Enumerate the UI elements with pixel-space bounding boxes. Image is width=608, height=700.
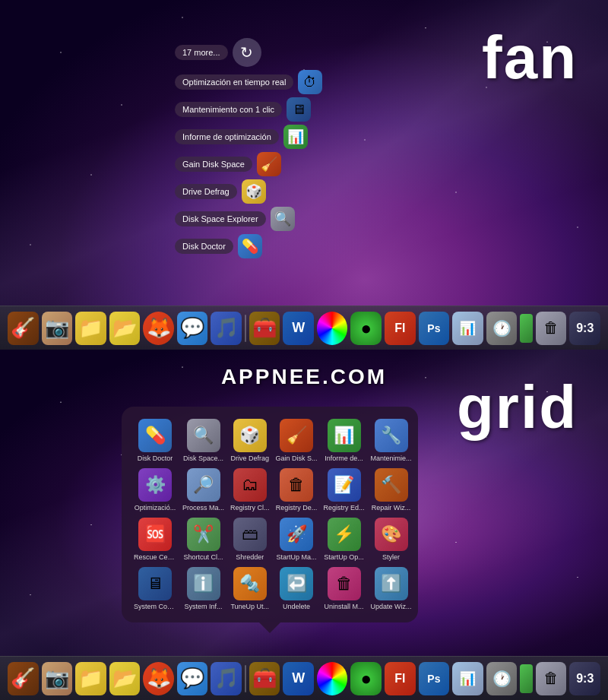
bottom-dock-itunes-icon[interactable]: 🎵 <box>211 662 242 695</box>
grid-app-mantenimiento[interactable]: 🔧 Mantenimie... <box>371 419 412 462</box>
dock-colorwheel-icon[interactable] <box>317 312 348 345</box>
bottom-dock-cpu-icon[interactable]: 📊 <box>452 662 483 695</box>
grid-title-text: grid <box>457 372 578 442</box>
grid-app-optimizacion-icon: ⚙️ <box>138 468 172 502</box>
grid-app-gain-disk-label: Gain Disk S... <box>276 455 318 462</box>
grid-app-update-icon: ⬆️ <box>375 567 408 600</box>
bottom-dock-app-icon[interactable]: ● <box>350 662 382 695</box>
grid-app-optimizacion[interactable]: ⚙️ Optimizació... <box>134 468 176 512</box>
dock-app-icon[interactable]: ● <box>350 312 382 345</box>
grid-popup: 💊 Disk Doctor 🔍 Disk Space... 🎲 Drive De… <box>122 407 418 622</box>
grid-app-drive-defrag[interactable]: 🎲 Drive Defrag <box>230 419 270 462</box>
bottom-dock-flash-icon[interactable]: Fl <box>385 662 416 695</box>
fan-menu: 17 more... ↻ Optimización en tiempo real… <box>175 38 322 258</box>
grid-app-startup-op[interactable]: ⚡ StartUp Op... <box>324 518 365 561</box>
grid-app-disk-doctor-icon: 💊 <box>138 419 172 452</box>
bottom-dock-photo-icon[interactable]: 📷 <box>42 662 73 695</box>
grid-app-uninstall[interactable]: 🗑 Uninstall M... <box>324 567 365 610</box>
grid-app-styler[interactable]: 🎨 Styler <box>371 518 412 561</box>
dock-itunes-icon[interactable]: 🎵 <box>211 312 242 345</box>
grid-app-shortcut[interactable]: ✂️ Shortcut Cl... <box>182 518 224 561</box>
grid-app-styler-icon: 🎨 <box>375 518 408 551</box>
grid-app-sys-inf[interactable]: ℹ️ System Inf... <box>182 567 224 610</box>
dock-firefox-icon[interactable]: 🦊 <box>143 312 174 345</box>
grid-app-process-ma-icon: 🔎 <box>187 468 220 502</box>
grid-app-registry-ed[interactable]: 📝 Registry Ed... <box>324 468 365 512</box>
fan-item-label: Mantenimiento con 1 clic <box>175 102 282 117</box>
bottom-dock-word-icon[interactable]: W <box>283 662 314 695</box>
grid-app-update[interactable]: ⬆️ Update Wiz... <box>371 567 412 610</box>
grid-app-drive-defrag-label: Drive Defrag <box>231 455 270 462</box>
fan-item-label: Disk Space Explorer <box>175 211 266 226</box>
fan-item-6[interactable]: Disk Space Explorer 🔍 <box>175 207 322 231</box>
dock-guitar-icon[interactable]: 🎸 <box>8 312 39 345</box>
dock-battery-icon[interactable] <box>520 314 533 343</box>
grid-app-sys-con[interactable]: 🖥 System Con... <box>134 567 176 610</box>
dock-folder-icon[interactable]: 📁 <box>75 312 106 345</box>
bottom-dock-toolbox-icon[interactable]: 🧰 <box>249 662 280 695</box>
grid-app-repair[interactable]: 🔨 Repair Wiz... <box>371 468 412 512</box>
grid-app-styler-label: Styler <box>382 553 400 561</box>
grid-app-registry-de-label: Registry De... <box>276 504 318 512</box>
grid-app-repair-icon: 🔨 <box>375 468 408 502</box>
grid-app-registry-cl[interactable]: 🗂 Registry Cl... <box>230 468 270 512</box>
grid-app-repair-label: Repair Wiz... <box>372 504 411 512</box>
dock-trash-icon[interactable]: 🗑 <box>536 312 567 345</box>
grid-app-sys-inf-icon: ℹ️ <box>187 567 220 600</box>
grid-app-startup-ma-label: StartUp Ma... <box>277 553 317 561</box>
dock-timer-icon[interactable]: 9:3 <box>569 312 600 345</box>
grid-app-registry-cl-icon: 🗂 <box>233 468 267 502</box>
grid-app-shortcut-icon: ✂️ <box>187 518 220 551</box>
dock-cpu-icon[interactable]: 📊 <box>452 312 483 345</box>
bottom-dock-timer-icon[interactable]: 9:3 <box>569 662 600 695</box>
grid-app-registry-ed-icon: 📝 <box>328 468 361 502</box>
grid-app-disk-doctor[interactable]: 💊 Disk Doctor <box>134 419 176 462</box>
fan-item-more[interactable]: 17 more... ↻ <box>175 38 322 67</box>
grid-app-process-ma-label: Process Ma... <box>182 504 224 512</box>
dock-clock-icon[interactable]: 🕐 <box>486 312 518 345</box>
dock-word-icon[interactable]: W <box>283 312 314 345</box>
dock-flash-icon[interactable]: Fl <box>385 312 416 345</box>
bottom-dock-folder2-icon[interactable]: 📂 <box>109 662 141 695</box>
grid-app-rescue-label: Rescue Cen... <box>134 553 176 561</box>
grid-app-gain-disk[interactable]: 🧹 Gain Disk S... <box>276 419 318 462</box>
grid-app-process-ma[interactable]: 🔎 Process Ma... <box>182 468 224 512</box>
dock-toolbox-icon[interactable]: 🧰 <box>249 312 280 345</box>
grid-app-informe-label: Informe de... <box>325 455 363 462</box>
bottom-dock-firefox-icon[interactable]: 🦊 <box>143 662 174 695</box>
dock-photoshop-icon[interactable]: Ps <box>419 312 450 345</box>
grid-app-startup-ma[interactable]: 🚀 StartUp Ma... <box>276 518 318 561</box>
bottom-dock-colorwheel-icon[interactable] <box>317 662 348 695</box>
grid-app-disk-space-icon: 🔍 <box>187 419 220 452</box>
grid-app-update-label: Update Wiz... <box>371 603 412 610</box>
grid-app-undelete[interactable]: ↩️ Undelete <box>276 567 318 610</box>
bottom-dock-clock-icon[interactable]: 🕐 <box>486 662 518 695</box>
grid-app-registry-de[interactable]: 🗑 Registry De... <box>276 468 318 512</box>
bottom-dock-battery-icon[interactable] <box>520 664 533 693</box>
fan-item-2[interactable]: Mantenimiento con 1 clic 🖥 <box>175 97 322 122</box>
fan-item-5[interactable]: Drive Defrag 🎲 <box>175 179 322 204</box>
fan-item-3[interactable]: Informe de optimización 📊 <box>175 125 322 149</box>
fan-item-1[interactable]: Optimización en tiempo real ⏱ <box>175 70 322 94</box>
grid-app-shredder[interactable]: 🗃 Shredder <box>230 518 270 561</box>
bottom-dock-folder-icon[interactable]: 📁 <box>75 662 106 695</box>
dock-folder2-icon[interactable]: 📂 <box>109 312 141 345</box>
dock-photo-icon[interactable]: 📷 <box>42 312 73 345</box>
bottom-dock-guitar-icon[interactable]: 🎸 <box>8 662 39 695</box>
bottom-dock-trash-icon[interactable]: 🗑 <box>536 662 567 695</box>
bottom-section: APPNEE.COM grid 💊 Disk Doctor 🔍 Disk Spa… <box>0 350 608 700</box>
bottom-dock-photoshop-icon[interactable]: Ps <box>419 662 450 695</box>
dock-msn-icon[interactable]: 💬 <box>177 312 208 345</box>
grid-app-tuneup-label: TuneUp Ut... <box>230 603 269 610</box>
grid-app-drive-defrag-icon: 🎲 <box>233 419 267 452</box>
grid-app-disk-space[interactable]: 🔍 Disk Space... <box>182 419 224 462</box>
fan-item-7[interactable]: Disk Doctor 💊 <box>175 234 322 258</box>
grid-app-sys-con-label: System Con... <box>134 603 176 610</box>
appnee-label: APPNEE.COM <box>221 365 387 389</box>
fan-item-4[interactable]: Gain Disk Space 🧹 <box>175 152 322 176</box>
bottom-dock-msn-icon[interactable]: 💬 <box>177 662 208 695</box>
grid-app-rescue[interactable]: 🆘 Rescue Cen... <box>134 518 176 561</box>
grid-app-tuneup[interactable]: 🔩 TuneUp Ut... <box>230 567 270 610</box>
grid-app-informe[interactable]: 📊 Informe de... <box>324 419 365 462</box>
fan-item-icon: 💊 <box>238 234 262 258</box>
